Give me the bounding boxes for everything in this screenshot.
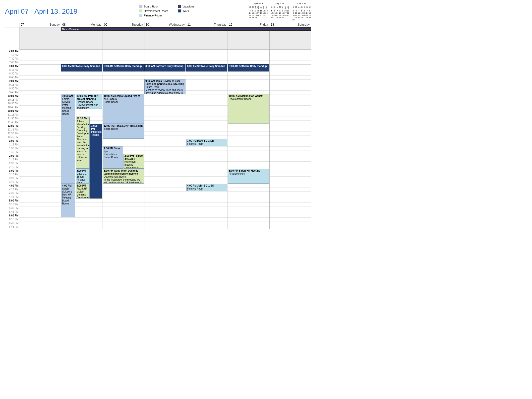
allday-cell[interactable] xyxy=(228,27,269,49)
legend-item: Work xyxy=(178,9,194,12)
legend-label: Vacations xyxy=(182,5,194,8)
calendar-event[interactable]: 8:00 AM Software Daily Standup xyxy=(103,64,144,71)
day-column[interactable] xyxy=(270,49,311,229)
calendar-event[interactable]: 2:00 PM FilippoBUGLIST refinement meetin… xyxy=(123,154,144,169)
day-column[interactable]: 8:00 AM Software Daily Standup10:00 AM E… xyxy=(103,49,144,229)
calendar-event[interactable]: 4:00 PMSarah Solutions Dev/ HR Meeting B… xyxy=(61,184,75,217)
allday-cell[interactable] xyxy=(103,27,144,49)
time-label: 2:45 PM xyxy=(5,165,18,169)
time-label: 3:45 PM xyxy=(5,180,18,184)
day-column[interactable]: 8:00 AM Software Daily Standup10:00 AMEm… xyxy=(61,49,103,229)
legend-label: Board Room xyxy=(144,5,159,8)
legend-label: Finance Room xyxy=(144,14,162,17)
day-header-cell[interactable]: 12Friday xyxy=(228,22,269,27)
time-label: 4:00 PM xyxy=(5,184,18,188)
calendar-event[interactable]: 3:00 PM Sarah HR MeetingFinance Room xyxy=(228,169,269,184)
calendar-event[interactable]: 1:00 PM Mark 1-2-1:DDFinance Room Monthl… xyxy=(186,139,227,146)
time-label: 11:00 AM xyxy=(5,109,18,113)
legend-swatch xyxy=(139,5,142,8)
time-label: 6:00 PM xyxy=(5,214,18,217)
legend-item: Board Room xyxy=(139,5,168,8)
time-label: 6:15 PM xyxy=(5,217,18,221)
time-label: 5:00 PM xyxy=(5,199,18,202)
legend-label: Development Room xyxy=(144,9,168,12)
calendar-event[interactable]: 4:00 PMPaul NRF project planning Develop… xyxy=(76,184,90,199)
calendar-event[interactable]: 10:00 AMEmma, Steven, Peter Meeting Boar… xyxy=(61,94,75,184)
calendar-event[interactable]: 3:00 PM Tanja Team Dynamic technical bac… xyxy=(103,169,144,184)
mini-calendar[interactable]: April 2019SMTWTFS12345678910111213141516… xyxy=(249,2,268,21)
day-header-cell[interactable]: 13Saturday xyxy=(270,22,311,27)
calendar-event[interactable]: 8:00 AM Software Daily Standup xyxy=(61,64,102,71)
calendar-event[interactable]: 8:00 AM Software Daily Standup xyxy=(228,64,269,71)
calendar-event[interactable]: 10:00 AM Nick Inixion webexDevelopment R… xyxy=(228,94,269,124)
calendar-event[interactable]: 12:00 PM Tanja LDAP discussionBoard Room xyxy=(103,124,144,139)
time-label: 12:15 PM xyxy=(5,128,18,132)
time-label: 6:30 PM xyxy=(5,221,18,225)
day-column[interactable] xyxy=(19,49,61,229)
time-label: 12:00 PM xyxy=(5,124,18,128)
time-label: 12:30 PM xyxy=(5,132,18,135)
time-axis: 7:00 AM7:15 AM7:30 AM7:45 AM8:00 AM8:15 … xyxy=(5,49,19,229)
legend-label: Work xyxy=(182,9,189,12)
calendar-event[interactable]: 12:00 PMIntegration Testing xyxy=(90,124,102,199)
time-label: 5:30 PM xyxy=(5,206,18,210)
allday-event[interactable]: Nick - Vacation xyxy=(61,27,311,31)
legend-item: Finance Room xyxy=(139,14,168,17)
mini-calendar[interactable]: June 2019SMTWTFS123456789101112131415161… xyxy=(292,2,311,21)
time-label: 1:30 PM xyxy=(5,146,18,150)
time-label: 3:15 PM xyxy=(5,173,18,176)
legend-item: Development Room xyxy=(139,9,168,12)
day-column[interactable]: 8:00 AM Software Daily Standup9:00 AM Ta… xyxy=(144,49,186,229)
time-label: 1:15 PM xyxy=(5,143,18,146)
allday-cell[interactable] xyxy=(61,27,103,49)
legend-swatch xyxy=(139,14,142,17)
calendar-event[interactable]: 10:00 AM Emma Upload rest of NRF labelsB… xyxy=(103,94,144,124)
day-header-row: 07Sunday08Monday09Tuesday10Wednesday11Th… xyxy=(5,22,311,27)
header: April 07 - April 13, 2019 Board RoomDeve… xyxy=(5,2,311,21)
time-label: 7:00 AM xyxy=(5,49,18,53)
time-label: 4:45 PM xyxy=(5,195,18,199)
time-label: 4:15 PM xyxy=(5,188,18,191)
time-label: 10:30 AM xyxy=(5,102,18,105)
calendar-event[interactable]: 4:00 PM John 1-2-1:SSFinance Room Monthl… xyxy=(186,184,227,191)
calendar-event[interactable]: 8:00 AM Software Daily Standup xyxy=(144,64,185,71)
day-header-cell[interactable]: 09Tuesday xyxy=(103,22,144,27)
time-label: 9:15 AM xyxy=(5,83,18,87)
calendar-event[interactable]: 3:00 PMDave 1:1 Simon Finance Room xyxy=(76,169,90,184)
allday-cell[interactable] xyxy=(270,27,311,49)
time-label: 6:45 PM xyxy=(5,225,18,229)
day-column[interactable]: 8:00 AM Software Daily Standup1:00 PM Ma… xyxy=(186,49,228,229)
time-label: 5:45 PM xyxy=(5,210,18,214)
time-label: 10:15 AM xyxy=(5,98,18,102)
time-label: 9:45 AM xyxy=(5,90,18,94)
time-label: 12:45 PM xyxy=(5,135,18,139)
time-label: 7:30 AM xyxy=(5,57,18,61)
time-label: 9:30 AM xyxy=(5,87,18,90)
time-label: 1:00 PM xyxy=(5,139,18,143)
day-header-cell[interactable]: 11Thursday xyxy=(186,22,228,27)
mini-calendar[interactable]: May 2019SMTWTFS1234567891011121314151617… xyxy=(270,2,290,21)
calendar-event[interactable]: 9:00 AM Tanja Review of user roles and p… xyxy=(144,79,185,94)
time-label: 5:15 PM xyxy=(5,202,18,206)
calendar-event[interactable]: 1:30 PM SteveEpic Estimations Board Room xyxy=(103,146,123,169)
time-label: 8:00 AM xyxy=(5,64,18,68)
calendar-event[interactable]: 10:00 AM Paul NRF project planningFinanc… xyxy=(76,94,102,109)
legend-swatch xyxy=(139,9,142,12)
day-header-cell[interactable]: 10Wednesday xyxy=(144,22,186,27)
time-label: 11:15 AM xyxy=(5,113,18,117)
allday-cell[interactable] xyxy=(19,27,61,49)
time-label: 3:00 PM xyxy=(5,169,18,173)
time-label: 9:00 AM xyxy=(5,79,18,83)
legend-item: Vacations xyxy=(178,5,194,8)
calendar-event[interactable]: 11:30 AMTobias Manufacturing Backlog Gro… xyxy=(76,117,90,169)
time-label: 10:00 AM xyxy=(5,94,18,98)
day-header-cell[interactable]: 07Sunday xyxy=(19,22,61,27)
time-label: 8:15 AM xyxy=(5,68,18,72)
time-label: 10:45 AM xyxy=(5,105,18,109)
day-column[interactable]: 8:00 AM Software Daily Standup10:00 AM N… xyxy=(228,49,269,229)
time-label: 4:30 PM xyxy=(5,191,18,195)
allday-cell[interactable] xyxy=(186,27,228,49)
allday-cell[interactable] xyxy=(144,27,186,49)
day-header-cell[interactable]: 08Monday xyxy=(61,22,103,27)
calendar-event[interactable]: 8:00 AM Software Daily Standup xyxy=(186,64,227,71)
